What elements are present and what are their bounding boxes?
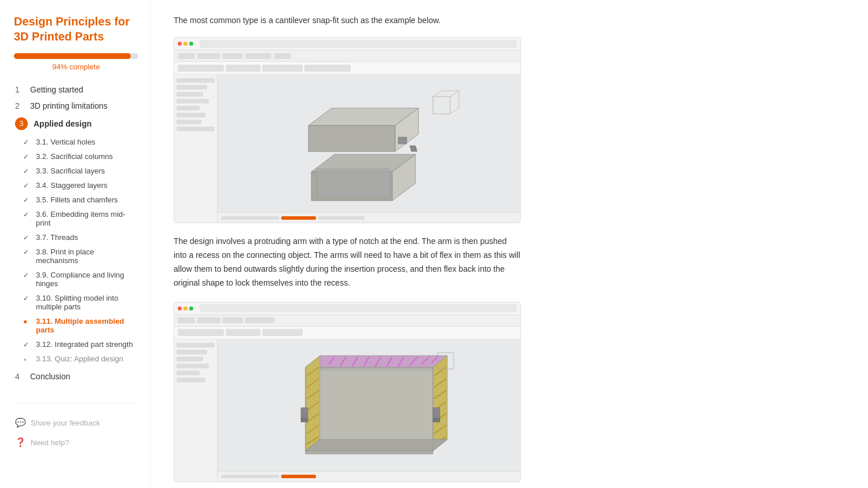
sub-label-3-2: 3.2. Sacrificial columns <box>36 152 113 161</box>
svg-rect-44 <box>320 370 433 439</box>
nav-number-2: 2 <box>15 101 24 110</box>
nav-sub-item-3-1[interactable]: ✓ 3.1. Vertical holes <box>22 135 138 149</box>
nav-sub-item-3-2[interactable]: ✓ 3.2. Sacrificial columns <box>22 149 138 164</box>
svg-line-10 <box>433 91 442 97</box>
course-title: Design Principles for 3D Printed Parts <box>14 14 138 44</box>
svg-marker-16 <box>306 356 447 367</box>
nav-label-applied-design: Applied design <box>34 119 91 128</box>
check-icon-3-8: ✓ <box>23 248 31 256</box>
nav-item-printing-limitations[interactable]: 2 3D printing limitations <box>14 98 138 114</box>
screenshot-1 <box>174 37 521 223</box>
sub-label-3-7: 3.7. Threads <box>36 233 78 242</box>
svg-marker-46 <box>301 418 308 422</box>
sub-label-3-5: 3.5. Fillets and chamfers <box>36 195 118 204</box>
sub-label-3-1: 3.1. Vertical holes <box>36 138 95 146</box>
svg-line-11 <box>450 91 459 97</box>
nav-sub-items-applied-design: ✓ 3.1. Vertical holes ✓ 3.2. Sacrificial… <box>22 135 138 366</box>
svg-marker-5 <box>308 125 395 151</box>
nav-sub-item-3-12[interactable]: ✓ 3.12. Integrated part strength <box>22 337 138 352</box>
progress-bar-container <box>14 53 138 59</box>
nav-section-main: 1 Getting started 2 3D printing limitati… <box>14 82 138 385</box>
feedback-icon: 💬 <box>15 417 26 428</box>
check-icon-3-12: ✓ <box>23 341 31 349</box>
sub-label-3-6: 3.6. Embedding items mid-print <box>36 210 137 227</box>
check-icon-3-6: ✓ <box>23 210 31 219</box>
check-icon-3-3: ✓ <box>23 167 31 175</box>
svg-marker-48 <box>433 418 440 422</box>
sub-label-3-12: 3.12. Integrated part strength <box>36 340 133 349</box>
screenshot-2 <box>174 302 521 482</box>
nav-sub-item-3-13[interactable]: ● 3.13. Quiz: Applied design <box>22 352 138 366</box>
check-icon-3-1: ✓ <box>23 138 31 146</box>
sub-label-3-13: 3.13. Quiz: Applied design <box>36 354 123 363</box>
svg-line-12 <box>450 108 459 114</box>
sub-label-3-9: 3.9. Compliance and living hinges <box>36 271 137 288</box>
nav-sub-item-3-10[interactable]: ✓ 3.10. Splitting model into multiple pa… <box>22 291 138 314</box>
nav-label-conclusion: Conclusion <box>30 372 70 381</box>
sub-label-3-10: 3.10. Splitting model into multiple part… <box>36 294 137 311</box>
svg-marker-43 <box>306 439 447 451</box>
nav-item-conclusion[interactable]: 4 Conclusion <box>14 368 138 385</box>
nav-item-getting-started[interactable]: 1 Getting started <box>14 82 138 98</box>
svg-rect-45 <box>301 408 308 419</box>
nav-label-getting-started: Getting started <box>30 85 83 94</box>
nav-item-applied-design[interactable]: 3 Applied design <box>14 114 138 134</box>
nav-sub-item-3-7[interactable]: ✓ 3.7. Threads <box>22 230 138 245</box>
share-feedback-item[interactable]: 💬 Share your feedback <box>14 413 138 432</box>
need-help-item[interactable]: ❓ Need help? <box>14 432 138 452</box>
check-icon-3-10: ✓ <box>23 294 31 302</box>
share-feedback-label: Share your feedback <box>31 419 100 427</box>
svg-rect-9 <box>433 97 450 114</box>
nav-sub-item-3-11[interactable]: ● 3.11. Multiple assembled parts <box>22 314 138 337</box>
help-icon: ❓ <box>15 437 26 448</box>
check-icon-3-4: ✓ <box>23 182 31 190</box>
sub-label-3-11: 3.11. Multiple assembled parts <box>36 317 137 334</box>
nav-sub-item-3-6[interactable]: ✓ 3.6. Embedding items mid-print <box>22 207 138 230</box>
cad-3d-view-2 <box>277 350 462 471</box>
need-help-label: Need help? <box>31 438 69 447</box>
nav-number-4: 4 <box>15 372 24 381</box>
check-icon-3-7: ✓ <box>23 234 31 242</box>
nav-sub-item-3-9[interactable]: ✓ 3.9. Compliance and living hinges <box>22 268 138 291</box>
sidebar-bottom: 💬 Share your feedback ❓ Need help? <box>14 403 138 452</box>
sub-label-3-3: 3.3. Sacrificial layers <box>36 167 105 175</box>
check-icon-3-5: ✓ <box>23 196 31 204</box>
svg-marker-8 <box>410 146 417 151</box>
nav-number-3: 3 <box>15 117 28 130</box>
nav-sub-item-3-5[interactable]: ✓ 3.5. Fillets and chamfers <box>22 193 138 207</box>
nav-sub-item-3-3[interactable]: ✓ 3.3. Sacrificial layers <box>22 164 138 178</box>
svg-rect-7 <box>398 137 407 144</box>
svg-rect-47 <box>433 408 440 419</box>
check-icon-3-2: ✓ <box>23 153 31 161</box>
dot-icon-3-11: ● <box>23 317 31 326</box>
sidebar: Design Principles for 3D Printed Parts 9… <box>0 0 150 488</box>
intro-text: The most common type is a cantilever sna… <box>174 14 521 27</box>
nav-number-1: 1 <box>15 85 24 94</box>
sub-label-3-8: 3.8. Print in place mechanisms <box>36 247 137 265</box>
nav-label-printing-limitations: 3D printing limitations <box>30 101 108 110</box>
nav-sub-item-3-4[interactable]: ✓ 3.4. Staggered layers <box>22 178 138 193</box>
sub-label-3-4: 3.4. Staggered layers <box>36 181 108 190</box>
progress-bar-fill <box>14 53 131 59</box>
cad-3d-view-1 <box>277 85 462 212</box>
check-icon-3-9: ✓ <box>23 271 31 279</box>
progress-label: 94% complete <box>14 62 138 71</box>
svg-marker-3 <box>317 169 389 198</box>
nav-sub-item-3-8[interactable]: ✓ 3.8. Print in place mechanisms <box>22 245 138 268</box>
main-content: The most common type is a cantilever sna… <box>150 0 544 488</box>
body-text: The design involves a protruding arm wit… <box>174 235 521 290</box>
dot-icon-gray-3-13: ● <box>23 356 31 363</box>
